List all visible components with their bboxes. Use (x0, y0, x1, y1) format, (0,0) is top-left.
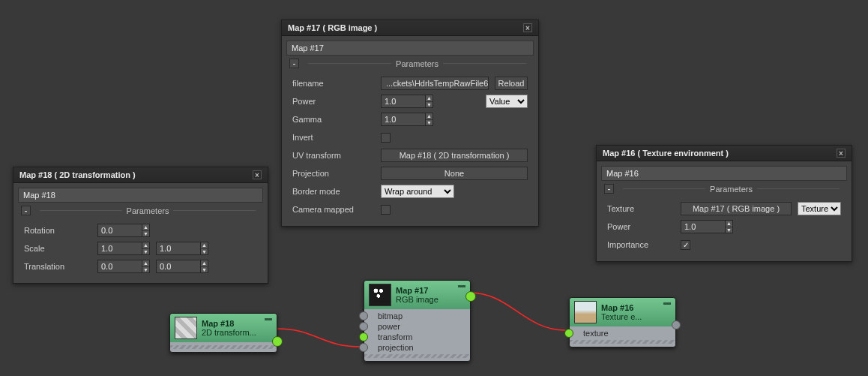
spinner-down-icon[interactable]: ▼ (142, 249, 149, 255)
rotation-spinner[interactable]: ▲▼ (97, 224, 150, 237)
power-input[interactable] (681, 221, 725, 233)
node-thumbnail-icon (175, 317, 197, 339)
spinner-up-icon[interactable]: ▲ (426, 95, 433, 102)
params-label: Parameters (127, 206, 169, 215)
projection-button[interactable]: None (381, 167, 528, 180)
node-type: 2D transform... (202, 328, 256, 337)
spinner-up-icon[interactable]: ▲ (201, 260, 208, 267)
node-map16[interactable]: Map #16 Texture e... texture (569, 297, 676, 347)
spinner-up-icon[interactable]: ▲ (142, 224, 149, 231)
scale-label: Scale (24, 244, 91, 253)
panel-map16-titlebar[interactable]: Map #16 ( Texture environment ) × (597, 146, 852, 161)
close-icon[interactable]: × (837, 149, 846, 158)
camera-mapped-checkbox[interactable] (381, 205, 391, 215)
params-label: Parameters (396, 59, 438, 68)
projection-label: Projection (292, 169, 375, 178)
input-port-bitmap[interactable] (359, 311, 368, 320)
power-input[interactable] (382, 95, 425, 107)
spinner-up-icon[interactable]: ▲ (726, 221, 732, 227)
panel-title: Map #18 ( 2D transformation ) (19, 170, 136, 179)
collapse-toggle[interactable]: - (21, 206, 31, 215)
scale-y-spinner[interactable]: ▲▼ (156, 242, 208, 255)
translation-label: Translation (24, 262, 91, 271)
node-name: Map #18 (202, 319, 256, 328)
uv-transform-button[interactable]: Map #18 ( 2D transformation ) (381, 149, 528, 162)
input-port-texture[interactable] (564, 329, 573, 338)
scale-x-spinner[interactable]: ▲▼ (97, 242, 150, 255)
filename-button[interactable]: ...ckets\HdrlsTempRawFile6747.hdr (381, 77, 489, 90)
power-mode-select[interactable]: Value (486, 95, 528, 108)
minimize-icon[interactable] (265, 318, 272, 320)
uv-transform-label: UV transform (292, 151, 375, 160)
spinner-down-icon[interactable]: ▼ (726, 227, 732, 233)
output-port[interactable] (672, 320, 681, 329)
translation-x-input[interactable] (98, 260, 142, 272)
port-label: power (378, 322, 400, 331)
output-port[interactable] (465, 291, 476, 302)
scale-x-input[interactable] (98, 242, 142, 254)
minimize-icon[interactable] (458, 285, 465, 287)
spinner-down-icon[interactable]: ▼ (201, 267, 208, 273)
power-spinner[interactable]: ▲▼ (381, 95, 433, 108)
texture-button[interactable]: Map #17 ( RGB image ) (681, 202, 792, 215)
input-port-power[interactable] (359, 322, 368, 331)
divider (623, 188, 705, 189)
importance-label: Importance (607, 240, 675, 249)
close-icon[interactable]: × (253, 170, 262, 179)
spinner-up-icon[interactable]: ▲ (142, 260, 149, 267)
port-label: texture (583, 329, 609, 338)
translation-y-spinner[interactable]: ▲▼ (156, 260, 208, 273)
input-port-transform[interactable] (359, 332, 368, 341)
panel-map17-titlebar[interactable]: Map #17 ( RGB image ) × (282, 20, 538, 36)
gamma-input[interactable] (382, 113, 425, 125)
spinner-down-icon[interactable]: ▼ (426, 102, 433, 108)
divider (757, 188, 840, 189)
panel-map18-titlebar[interactable]: Map #18 ( 2D transformation ) × (13, 167, 268, 183)
translation-x-spinner[interactable]: ▲▼ (97, 260, 150, 273)
name-field[interactable]: Map #18 (18, 188, 263, 203)
translation-y-input[interactable] (157, 260, 200, 272)
spinner-down-icon[interactable]: ▼ (201, 249, 208, 255)
border-mode-label: Border mode (292, 187, 375, 196)
gamma-spinner[interactable]: ▲▼ (381, 113, 433, 126)
grip-icon[interactable] (364, 354, 470, 358)
input-port-projection[interactable] (359, 343, 368, 352)
spinner-down-icon[interactable]: ▼ (142, 231, 149, 237)
filename-label: filename (292, 79, 375, 88)
reload-button[interactable]: Reload (495, 77, 528, 90)
minimize-icon[interactable] (663, 302, 671, 305)
name-field[interactable]: Map #17 (286, 41, 534, 56)
power-spinner[interactable]: ▲▼ (681, 220, 733, 233)
invert-checkbox[interactable] (381, 133, 391, 143)
spinner-up-icon[interactable]: ▲ (201, 242, 208, 249)
params-header[interactable]: - Parameters (21, 206, 260, 215)
name-field[interactable]: Map #16 (601, 166, 847, 181)
params-header[interactable]: - Parameters (289, 59, 531, 68)
grip-icon[interactable] (570, 340, 675, 344)
spinner-up-icon[interactable]: ▲ (142, 242, 149, 249)
close-icon[interactable]: × (523, 23, 532, 32)
node-map18[interactable]: Map #18 2D transform... (169, 313, 277, 353)
collapse-toggle[interactable]: - (289, 59, 299, 68)
params-header[interactable]: - Parameters (604, 184, 844, 194)
panel-map18: Map #18 ( 2D transformation ) × Map #18 … (13, 167, 268, 284)
power-label: Power (607, 222, 675, 231)
spinner-down-icon[interactable]: ▼ (426, 120, 433, 126)
node-name: Map #16 (601, 303, 642, 312)
grip-icon[interactable] (170, 345, 277, 349)
scale-y-input[interactable] (157, 242, 200, 254)
rotation-label: Rotation (24, 226, 91, 235)
texture-mode-select[interactable]: Texture (798, 202, 841, 215)
port-label: bitmap (378, 311, 403, 320)
rotation-input[interactable] (98, 224, 142, 236)
importance-checkbox[interactable]: ✓ (681, 240, 690, 250)
panel-title: Map #16 ( Texture environment ) (603, 149, 729, 158)
node-map17[interactable]: Map #17 RGB image bitmap power transform… (364, 280, 471, 362)
port-label: transform (378, 332, 412, 341)
divider (173, 210, 256, 211)
spinner-down-icon[interactable]: ▼ (142, 267, 149, 273)
spinner-up-icon[interactable]: ▲ (426, 113, 433, 120)
output-port[interactable] (272, 336, 283, 347)
border-mode-select[interactable]: Wrap around (381, 185, 454, 198)
collapse-toggle[interactable]: - (604, 184, 614, 194)
